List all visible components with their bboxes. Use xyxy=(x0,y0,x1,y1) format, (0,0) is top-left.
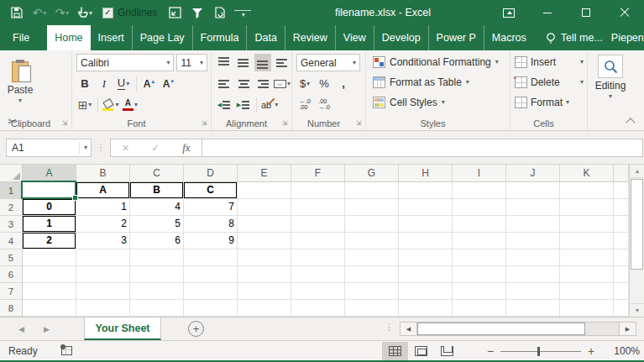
cell-F6[interactable] xyxy=(291,266,345,283)
cell-E2[interactable] xyxy=(238,199,291,216)
tab-view[interactable]: View xyxy=(335,25,374,50)
cell-C5[interactable] xyxy=(130,249,184,266)
column-header-B[interactable]: B xyxy=(76,165,130,182)
paste-button[interactable]: Paste ▾ xyxy=(4,53,36,112)
account-name[interactable]: Piepenbrei... xyxy=(603,25,644,50)
column-header-partial[interactable] xyxy=(614,165,629,182)
wrap-text-button[interactable] xyxy=(274,54,291,71)
cell-J5[interactable] xyxy=(506,249,560,266)
horizontal-scrollbar[interactable]: ◀ ▶ xyxy=(400,322,636,336)
column-header-C[interactable]: C xyxy=(130,165,184,182)
maximize-button[interactable] xyxy=(567,0,605,25)
tab-scrollbar-splitter[interactable]: ⋮ xyxy=(385,322,394,333)
tab-power-p[interactable]: Power P xyxy=(428,25,484,50)
cell-I2[interactable] xyxy=(453,199,506,216)
row-header-2[interactable]: 2 xyxy=(0,199,23,216)
scroll-up-icon[interactable]: ▲ xyxy=(631,165,644,178)
cell-E5[interactable] xyxy=(238,249,291,266)
font-size-select[interactable]: 11▾ xyxy=(176,54,207,71)
align-left-button[interactable] xyxy=(216,75,233,92)
underline-button[interactable]: U▾ xyxy=(115,75,132,92)
orientation-button[interactable]: ab▾ xyxy=(261,96,278,113)
column-header-F[interactable]: F xyxy=(291,165,345,182)
cell-J2[interactable] xyxy=(506,199,560,216)
scroll-right-icon[interactable]: ▶ xyxy=(619,323,636,335)
scroll-left-icon[interactable]: ◀ xyxy=(401,323,417,335)
column-header-A[interactable]: A xyxy=(23,165,76,182)
customize-qat-button[interactable]: ▾ xyxy=(234,10,251,18)
select-all-button[interactable] xyxy=(0,165,23,182)
cell-F2[interactable] xyxy=(291,199,345,216)
name-box[interactable]: A1▾ xyxy=(6,139,92,157)
row-header-3[interactable]: 3 xyxy=(0,216,23,233)
cell-partial-6[interactable] xyxy=(614,266,629,283)
editing-button[interactable]: Editing ▾ xyxy=(592,53,629,100)
cell-E4[interactable] xyxy=(238,233,291,249)
increase-decimal-button[interactable]: ←.0.00 xyxy=(296,96,313,113)
cell-H2[interactable] xyxy=(399,199,453,216)
formula-input[interactable] xyxy=(202,139,643,157)
decrease-decimal-button[interactable]: .00→.0 xyxy=(316,96,332,113)
align-top-button[interactable] xyxy=(216,54,233,71)
cell-K2[interactable] xyxy=(560,199,614,216)
cell-D7[interactable] xyxy=(184,283,238,300)
cell-B2[interactable]: 1 xyxy=(76,199,130,216)
cell-F3[interactable] xyxy=(291,216,345,233)
percent-button[interactable]: % xyxy=(316,75,332,92)
filter-button[interactable] xyxy=(189,3,206,22)
tab-data[interactable]: Data xyxy=(246,25,284,50)
tab-review[interactable]: Review xyxy=(285,25,335,50)
cell-D6[interactable] xyxy=(184,266,238,283)
cell-A5[interactable] xyxy=(23,249,76,266)
cell-partial-2[interactable] xyxy=(614,199,629,216)
row-header-1[interactable]: 1 xyxy=(0,182,23,199)
cell-D1[interactable]: C xyxy=(184,182,238,199)
number-format-select[interactable]: General▾ xyxy=(296,54,360,71)
cell-J6[interactable] xyxy=(506,266,560,283)
undo-button[interactable]: ↶▾ xyxy=(31,3,48,22)
cell-G6[interactable] xyxy=(345,266,399,283)
cell-I3[interactable] xyxy=(453,216,506,233)
tab-macros[interactable]: Macros xyxy=(484,25,534,50)
cell-H6[interactable] xyxy=(399,266,453,283)
cell-F7[interactable] xyxy=(291,283,345,300)
close-button[interactable] xyxy=(605,0,644,25)
cell-J7[interactable] xyxy=(506,283,560,300)
tab-develop[interactable]: Develop xyxy=(374,25,428,50)
align-middle-button[interactable] xyxy=(235,54,252,71)
cell-partial-4[interactable] xyxy=(614,233,629,249)
cell-H3[interactable] xyxy=(399,216,453,233)
page-break-view-button[interactable] xyxy=(434,342,460,360)
zoom-slider-thumb[interactable] xyxy=(537,347,540,356)
cell-A1[interactable] xyxy=(23,182,76,199)
format-as-table-button[interactable]: Format as Table▾ xyxy=(370,73,506,92)
format-cells-button[interactable]: Format▾ xyxy=(515,93,584,112)
sheet-tab-active[interactable]: Your Sheet xyxy=(84,317,161,340)
cell-D2[interactable]: 7 xyxy=(184,199,238,216)
borders-button[interactable]: ⊞▾ xyxy=(76,96,93,113)
zoom-window-button[interactable] xyxy=(166,3,183,22)
cell-B1[interactable]: A xyxy=(76,182,130,199)
cell-K3[interactable] xyxy=(560,216,614,233)
cell-E1[interactable] xyxy=(238,182,291,199)
cell-F5[interactable] xyxy=(291,249,345,266)
cell-G2[interactable] xyxy=(345,199,399,216)
zoom-level[interactable]: 100% xyxy=(606,345,640,357)
row-header-6[interactable]: 6 xyxy=(0,266,23,283)
zoom-in-button[interactable]: + xyxy=(586,344,596,358)
cell-I4[interactable] xyxy=(453,233,506,249)
cell-A3[interactable]: 1 xyxy=(23,216,76,233)
cell-I6[interactable] xyxy=(453,266,506,283)
refresh-data-button[interactable] xyxy=(212,3,228,22)
cell-C7[interactable] xyxy=(130,283,184,300)
alignment-dialog-launcher[interactable]: ⇲ xyxy=(280,119,289,128)
cell-J4[interactable] xyxy=(506,233,560,249)
cell-J3[interactable] xyxy=(506,216,560,233)
cell-I7[interactable] xyxy=(453,283,506,300)
cell-E3[interactable] xyxy=(238,216,291,233)
merge-center-button[interactable]: ↔▾ xyxy=(274,75,291,92)
vertical-scrollbar[interactable]: ▲ ▼ xyxy=(629,165,644,317)
decrease-indent-button[interactable]: ◀ xyxy=(216,96,233,113)
cell-C2[interactable]: 4 xyxy=(130,199,184,216)
row-header-4[interactable]: 4 xyxy=(0,233,23,249)
